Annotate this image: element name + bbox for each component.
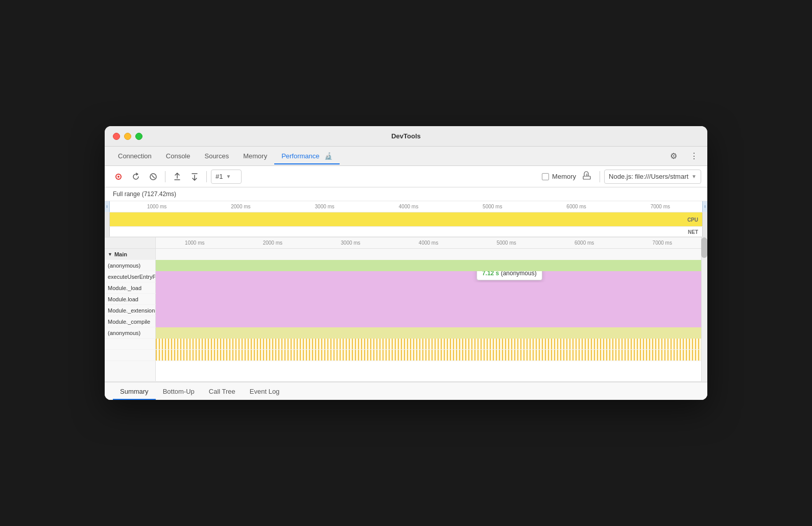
settings-button[interactable]: ⚙ xyxy=(666,149,681,163)
cpu-bar-row: CPU xyxy=(105,212,707,227)
reload-button[interactable] xyxy=(128,169,144,184)
memory-checkbox[interactable] xyxy=(542,173,549,180)
flame-row-0: (anonymous) xyxy=(105,260,707,271)
tab-console[interactable]: Console xyxy=(159,148,198,164)
performance-icon: 🔬 xyxy=(324,152,332,160)
tabs-bar: Connection Console Sources Memory Perfor… xyxy=(105,147,707,166)
divider-1 xyxy=(165,171,165,182)
close-button[interactable] xyxy=(113,133,120,140)
expand-arrow[interactable]: ▼ xyxy=(108,252,112,257)
clear-button[interactable] xyxy=(146,169,161,184)
ruler-main: 1000 ms 2000 ms 3000 ms 4000 ms 5000 ms … xyxy=(105,237,707,249)
node-selector[interactable]: Node.js: file:///Users/stmart ▼ xyxy=(604,170,701,184)
minimize-button[interactable] xyxy=(124,133,131,140)
record-icon xyxy=(114,173,123,181)
right-nav-indicator: I xyxy=(702,201,707,212)
flame-chart-area: 1000 ms 2000 ms 3000 ms 4000 ms 5000 ms … xyxy=(105,237,707,381)
content-area: Full range (7127.42ms) I 1000 ms 2000 ms… xyxy=(105,187,707,400)
clear-icon xyxy=(149,173,157,181)
download-icon xyxy=(190,173,199,181)
more-menu-button[interactable]: ⋮ xyxy=(687,149,701,163)
memory-checkbox-container[interactable]: Memory xyxy=(542,173,576,180)
flame-row-4: Module._extensions..js xyxy=(105,305,707,316)
record-button[interactable] xyxy=(111,169,126,184)
tab-performance[interactable]: Performance 🔬 xyxy=(274,148,340,164)
tab-sources[interactable]: Sources xyxy=(197,148,236,164)
btab-event-log[interactable]: Event Log xyxy=(243,382,287,400)
tabs-right: ⚙ ⋮ xyxy=(666,149,701,163)
full-range-bar: Full range (7127.42ms) xyxy=(105,187,707,201)
flame-row-6: (anonymous) xyxy=(105,327,707,339)
flame-tooltip: 7.12 s (anonymous) xyxy=(476,271,542,280)
cleanup-icon[interactable] xyxy=(582,171,591,182)
divider-3 xyxy=(600,171,600,182)
flame-section-main: ▼ Main xyxy=(105,249,707,260)
ruler-top: 1000 ms 2000 ms 3000 ms 4000 ms 5000 ms … xyxy=(110,204,702,209)
flame-row-2: Module._load xyxy=(105,282,707,294)
flame-row-5: Module._compile xyxy=(105,316,707,327)
btab-call-tree[interactable]: Call Tree xyxy=(202,382,243,400)
svg-line-3 xyxy=(152,175,155,178)
titlebar: DevTools xyxy=(105,126,707,147)
tab-connection[interactable]: Connection xyxy=(111,148,159,164)
flame-row-3: Module.load xyxy=(105,294,707,305)
traffic-lights xyxy=(113,133,142,140)
tab-memory[interactable]: Memory xyxy=(236,148,274,164)
dense-bars-row-1 xyxy=(105,339,707,350)
upload-icon xyxy=(173,173,181,181)
divider-2 xyxy=(206,171,207,182)
svg-rect-4 xyxy=(583,176,590,179)
dense-bars-row-2 xyxy=(105,350,707,361)
net-bar-row: NET xyxy=(105,227,707,237)
maximize-button[interactable] xyxy=(135,133,142,140)
vertical-scrollbar[interactable] xyxy=(701,237,707,381)
upload-button[interactable] xyxy=(170,169,185,184)
btab-bottom-up[interactable]: Bottom-Up xyxy=(156,382,202,400)
window-title: DevTools xyxy=(391,132,421,140)
devtools-window: DevTools Connection Console Sources Memo… xyxy=(105,126,707,400)
reload-icon xyxy=(132,173,140,181)
profile-selector[interactable]: #1 ▼ xyxy=(211,170,242,184)
chevron-down-icon: ▼ xyxy=(226,174,231,179)
btab-summary[interactable]: Summary xyxy=(113,382,156,400)
left-nav-indicator: I xyxy=(105,201,110,212)
scrollbar-thumb[interactable] xyxy=(701,237,707,258)
bottom-tabs-bar: Summary Bottom-Up Call Tree Event Log xyxy=(105,381,707,400)
node-chevron-icon: ▼ xyxy=(691,174,697,179)
svg-point-1 xyxy=(117,175,120,178)
download-button[interactable] xyxy=(187,169,202,184)
empty-row xyxy=(105,361,707,381)
toolbar: #1 ▼ Memory Node.js: file:///Users/stmar… xyxy=(105,166,707,187)
flame-row-1: executeUserEntryPoint 7.12 s (anonymous) xyxy=(105,271,707,282)
